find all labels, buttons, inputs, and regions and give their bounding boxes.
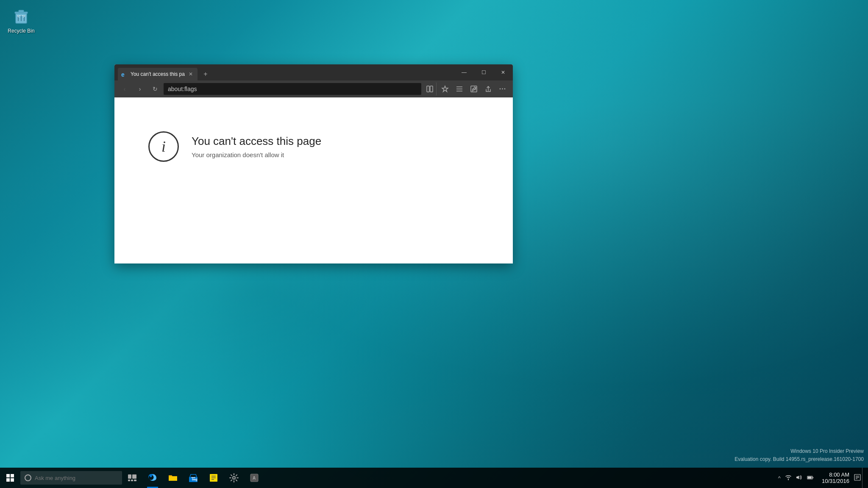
svg-text:A: A xyxy=(253,476,256,480)
date-display: 10/31/2016 xyxy=(822,478,849,484)
svg-point-25 xyxy=(788,479,789,480)
svg-rect-4 xyxy=(430,86,433,92)
refresh-button[interactable]: ↻ xyxy=(148,82,162,96)
back-button[interactable]: ‹ xyxy=(118,82,131,96)
watermark-line2: Evaluation copy. Build 14955.rs_prerelea… xyxy=(734,455,864,463)
forward-button[interactable]: › xyxy=(133,82,147,96)
svg-text:bag: bag xyxy=(192,478,197,481)
show-desktop-button[interactable] xyxy=(862,468,865,488)
taskbar-settings[interactable] xyxy=(224,468,244,488)
desktop: Recycle Bin e You can't access this pa ✕… xyxy=(0,0,868,488)
browser-content: i You can't access this page Your organi… xyxy=(114,97,513,263)
svg-rect-8 xyxy=(471,86,477,92)
more-button[interactable]: ··· xyxy=(496,82,509,96)
svg-rect-10 xyxy=(128,474,131,479)
tabs-area: e You can't access this pa ✕ + xyxy=(114,64,454,80)
svg-point-22 xyxy=(233,477,235,479)
time-display: 8:00 AM xyxy=(829,471,849,478)
recycle-bin-graphic xyxy=(11,6,31,26)
clock[interactable]: 8:00 AM 10/31/2016 xyxy=(818,471,853,484)
recycle-bin-icon[interactable]: Recycle Bin xyxy=(4,4,38,36)
search-input[interactable] xyxy=(35,475,118,481)
tab-title: You can't access this pa xyxy=(131,71,185,77)
tab-favicon: e xyxy=(121,71,128,78)
browser-window: e You can't access this pa ✕ + — ☐ ✕ ‹ ›… xyxy=(114,64,513,263)
tray-network-icon[interactable] xyxy=(784,474,793,482)
taskbar-file-explorer[interactable] xyxy=(163,468,183,488)
window-controls: — ☐ ✕ xyxy=(454,64,513,80)
svg-rect-14 xyxy=(134,480,136,481)
make-note-button[interactable] xyxy=(467,82,481,96)
active-tab[interactable]: e You can't access this pa ✕ xyxy=(118,68,198,80)
info-icon: i xyxy=(148,131,179,162)
hub-button[interactable] xyxy=(453,82,466,96)
svg-rect-3 xyxy=(427,86,429,92)
tray-battery-icon[interactable] xyxy=(806,474,815,482)
tray-volume-icon[interactable] xyxy=(795,474,804,482)
taskbar-sticky-notes[interactable] xyxy=(203,468,224,488)
new-tab-button[interactable]: + xyxy=(199,68,212,80)
svg-rect-13 xyxy=(131,480,133,481)
start-button[interactable] xyxy=(0,468,20,488)
watermark-line1: Windows 10 Pro Insider Preview xyxy=(734,447,864,455)
task-view-button[interactable] xyxy=(122,468,142,488)
recycle-bin-label: Recycle Bin xyxy=(8,28,34,34)
svg-rect-12 xyxy=(128,480,130,481)
edge-logo-small: e xyxy=(121,71,125,78)
svg-rect-29 xyxy=(812,477,813,478)
reading-list-button[interactable] xyxy=(423,82,437,96)
taskbar-app-icons: bag xyxy=(142,468,773,488)
system-tray: ^ xyxy=(773,468,868,488)
error-subtitle: Your organization doesn't allow it xyxy=(192,151,321,158)
svg-rect-11 xyxy=(132,474,136,479)
svg-rect-2 xyxy=(19,10,24,12)
error-title: You can't access this page xyxy=(192,135,321,148)
url-bar[interactable] xyxy=(164,83,421,95)
favorites-button[interactable] xyxy=(438,82,452,96)
tray-icons: ^ xyxy=(773,474,818,482)
notification-center-button[interactable] xyxy=(853,473,862,483)
tab-close-button[interactable]: ✕ xyxy=(187,71,194,78)
start-logo xyxy=(6,474,14,482)
taskbar-app-6[interactable]: A xyxy=(244,468,264,488)
address-bar: ‹ › ↻ xyxy=(114,80,513,97)
tray-overflow-button[interactable]: ^ xyxy=(777,474,782,482)
minimize-button[interactable]: — xyxy=(454,64,474,80)
error-container: i You can't access this page Your organi… xyxy=(148,123,321,162)
maximize-button[interactable]: ☐ xyxy=(474,64,493,80)
error-text-block: You can't access this page Your organiza… xyxy=(192,131,321,158)
search-icon xyxy=(25,474,31,481)
taskbar: bag xyxy=(0,468,868,488)
toolbar-right: ··· xyxy=(423,82,509,96)
taskbar-edge[interactable] xyxy=(142,468,163,488)
windows-watermark: Windows 10 Pro Insider Preview Evaluatio… xyxy=(734,447,864,463)
search-bar[interactable] xyxy=(20,471,122,485)
svg-rect-28 xyxy=(808,477,812,479)
svg-rect-26 xyxy=(796,477,797,478)
svg-rect-15 xyxy=(169,477,177,481)
close-button[interactable]: ✕ xyxy=(493,64,513,80)
taskbar-store[interactable]: bag xyxy=(183,468,203,488)
browser-title-bar: e You can't access this pa ✕ + — ☐ ✕ xyxy=(114,64,513,80)
info-letter: i xyxy=(161,138,166,155)
share-button[interactable] xyxy=(481,82,495,96)
